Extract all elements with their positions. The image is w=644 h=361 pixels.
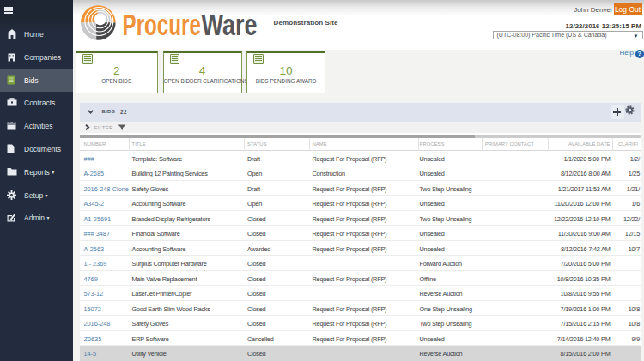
svg-text:Ware: Ware — [202, 8, 258, 41]
svg-text:Procure: Procure — [123, 8, 202, 41]
